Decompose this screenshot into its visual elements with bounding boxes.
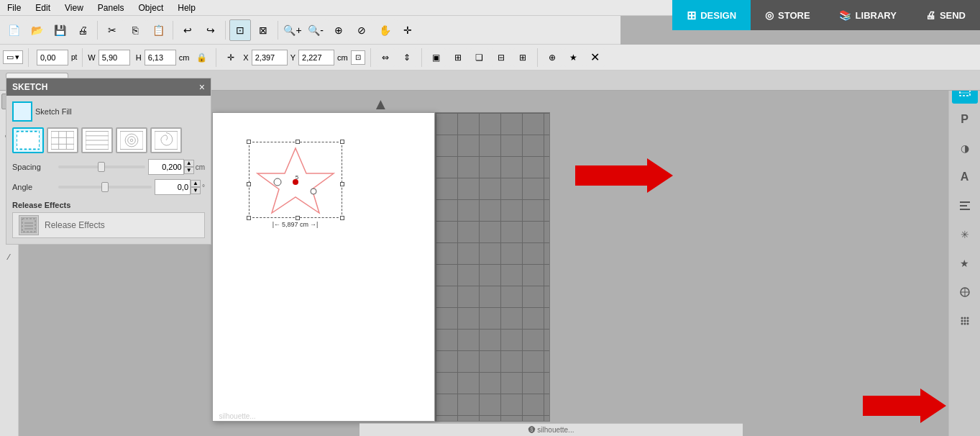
open-btn[interactable]: 📂: [26, 19, 47, 41]
subtract-btn[interactable]: ★: [564, 48, 583, 67]
nav-tab-send[interactable]: 🖨 SEND: [911, 0, 980, 30]
handle-tr[interactable]: [340, 140, 344, 144]
strip-replicate-icon[interactable]: [952, 279, 978, 305]
panel-close-btn[interactable]: ×: [199, 81, 205, 93]
spacing-label: Spacing: [12, 163, 55, 171]
fill-btn-circles[interactable]: [116, 127, 147, 153]
silhouette-logo: silhouette...: [219, 412, 256, 420]
svg-point-14: [963, 317, 966, 319]
pan-btn[interactable]: ✋: [374, 19, 395, 41]
lock-btn[interactable]: 🔒: [192, 48, 211, 67]
store-icon: ◎: [765, 9, 774, 21]
sketch-fill-color-box[interactable]: [12, 101, 32, 122]
tb2-sep4: [370, 48, 371, 67]
paste-btn[interactable]: 📋: [147, 19, 169, 41]
fill-btn-spiral[interactable]: [150, 127, 182, 153]
angle-thumb[interactable]: [101, 182, 109, 192]
strip-effects-icon[interactable]: ✳: [952, 222, 978, 247]
menu-view[interactable]: View: [58, 1, 91, 14]
angle-down-btn[interactable]: ▼: [191, 187, 201, 194]
shape-selector[interactable]: ▭ ▾: [3, 50, 23, 64]
deselect-btn[interactable]: ⊠: [252, 19, 274, 41]
sketch-fill-label: Sketch Fill: [35, 107, 72, 116]
width-label: W: [88, 53, 95, 62]
tb2-sep2: [82, 48, 83, 67]
spacing-slider[interactable]: [58, 165, 145, 168]
duplicate-btn[interactable]: ❏: [470, 48, 489, 67]
coord-toggle[interactable]: ⊡: [351, 50, 365, 65]
zoom-out-btn[interactable]: 🔍-: [305, 19, 326, 41]
align-dist-btn[interactable]: ⊞: [513, 48, 532, 67]
sep4: [278, 21, 278, 40]
strip-pixscan-icon[interactable]: P: [952, 106, 978, 132]
star-object[interactable]: 5 |← 5,897 cm →|: [249, 142, 342, 228]
zoom-fit-btn[interactable]: ⊕: [328, 19, 349, 41]
spacing-input[interactable]: [148, 159, 184, 175]
strip-star-icon[interactable]: ★: [952, 250, 978, 276]
flip-h-btn[interactable]: ⇔: [376, 48, 395, 67]
copy-btn[interactable]: ⎘: [124, 19, 146, 41]
rotation-input[interactable]: [37, 50, 68, 65]
shape-icon: ▭: [6, 53, 14, 62]
menu-help[interactable]: Help: [170, 1, 203, 14]
select-btn[interactable]: ⊡: [229, 19, 251, 41]
library-icon: 📚: [839, 9, 851, 21]
spacing-up-btn[interactable]: ▲: [184, 160, 194, 167]
menu-edit[interactable]: Edit: [28, 1, 58, 14]
delete-btn[interactable]: ✕: [586, 48, 605, 67]
release-btn-label: Release Effects: [45, 220, 105, 230]
x-input[interactable]: [252, 50, 288, 65]
spacing-down-btn[interactable]: ▼: [184, 167, 194, 174]
nav-tab-library[interactable]: 📚 LIBRARY: [825, 0, 911, 30]
save-btn[interactable]: 💾: [49, 19, 70, 41]
x-label: X: [243, 53, 248, 62]
fill-btn-dotted[interactable]: [12, 127, 44, 153]
angle-slider[interactable]: [58, 186, 152, 189]
handle-tl[interactable]: [247, 140, 251, 144]
rotation-unit: pt: [71, 53, 77, 61]
handle-tm[interactable]: [296, 140, 300, 144]
group-btn[interactable]: ▣: [427, 48, 446, 67]
undo-btn[interactable]: ↩: [177, 19, 198, 41]
menu-panels[interactable]: Panels: [91, 1, 132, 14]
combine-btn[interactable]: ⊕: [543, 48, 562, 67]
spacing-thumb[interactable]: [98, 162, 105, 172]
new-btn[interactable]: 📄: [3, 19, 24, 41]
move-btn[interactable]: ✛: [397, 19, 418, 41]
tool-knife[interactable]: ∕: [1, 249, 17, 265]
nav-tab-design[interactable]: ⊞ DESIGN: [672, 0, 751, 30]
move-btn2[interactable]: ✛: [221, 48, 240, 67]
dimension-label: |← 5,897 cm →|: [273, 221, 319, 228]
height-input[interactable]: [145, 50, 176, 65]
fill-btn-lines[interactable]: [81, 127, 113, 153]
strip-color-icon[interactable]: ◑: [952, 135, 978, 161]
y-input[interactable]: [298, 50, 334, 65]
silhouette-bar: 🅢 silhouette...: [360, 423, 743, 436]
send-label: SEND: [940, 10, 966, 21]
flip-v-btn[interactable]: ⇕: [398, 48, 416, 67]
width-input[interactable]: [99, 50, 130, 65]
unit-label: cm: [179, 53, 190, 62]
strip-align-icon[interactable]: [952, 193, 978, 219]
fill-btn-grid[interactable]: [47, 127, 78, 153]
strip-dots-icon[interactable]: [952, 308, 978, 334]
nav-tab-store[interactable]: ◎ STORE: [751, 0, 825, 30]
right-strip-toolbar: P ◑ A ✳ ★: [948, 72, 980, 436]
zoom-100-btn[interactable]: ⊘: [351, 19, 372, 41]
top-nav-bar: ⊞ DESIGN ◎ STORE 📚 LIBRARY 🖨 SEND: [672, 0, 980, 30]
zoom-in-btn[interactable]: 🔍+: [282, 19, 303, 41]
ungroup-btn[interactable]: ⊞: [449, 48, 467, 67]
redo-btn[interactable]: ↪: [200, 19, 221, 41]
angle-up-btn[interactable]: ▲: [191, 180, 201, 187]
arrow-head2: [920, 389, 946, 423]
menu-object[interactable]: Object: [132, 1, 171, 14]
menu-file[interactable]: File: [0, 1, 28, 14]
height-label: H: [136, 53, 142, 62]
angle-spinner: ▲ ▼: [191, 180, 201, 194]
strip-textA-icon[interactable]: A: [952, 164, 978, 190]
angle-input[interactable]: [155, 179, 191, 195]
cut-btn[interactable]: ✂: [101, 19, 123, 41]
print-btn[interactable]: 🖨: [72, 19, 93, 41]
release-effects-btn[interactable]: Release Effects: [12, 212, 205, 238]
mirror-btn[interactable]: ⊟: [492, 48, 510, 67]
